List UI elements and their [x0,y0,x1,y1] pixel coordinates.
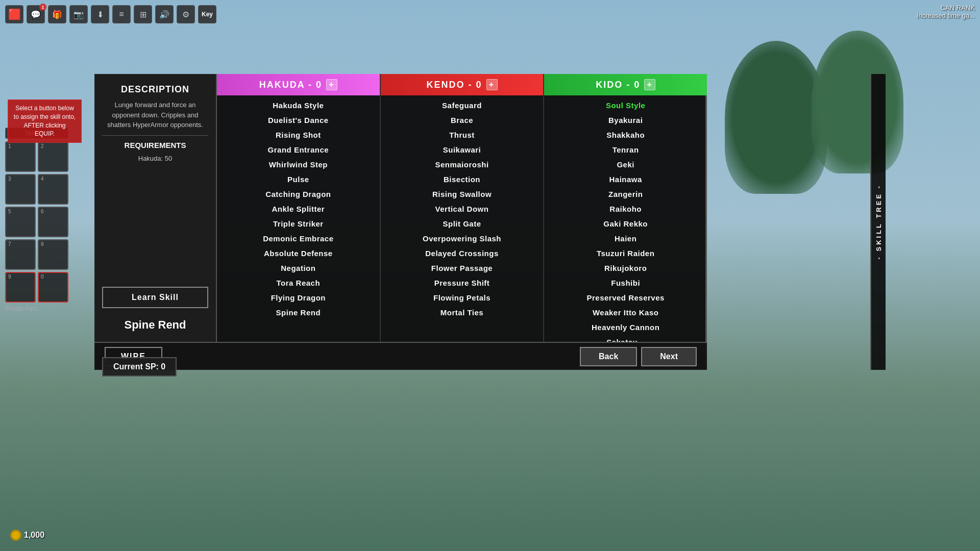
camera-icon[interactable]: 📷 [69,5,88,23]
list-item[interactable]: Byakurai [544,113,707,128]
layout-icon[interactable]: ⊞ [134,5,152,23]
skill-slot-5[interactable]: 5 [5,207,36,237]
kendo-column: KENDO - 0 + Safeguard Brace Thrust Suika… [381,74,545,342]
skill-slot-1[interactable]: 1 [5,141,36,172]
skill-slot-9[interactable]: 9 [5,272,36,303]
kendo-header: KENDO - 0 + [381,74,544,95]
skill-slot-8[interactable]: 8 [38,239,68,270]
list-item[interactable]: Heavenly Cannon [544,320,707,335]
list-item[interactable]: Tora Reach [217,276,380,290]
list-item[interactable]: Duelist's Dance [217,113,380,128]
list-item[interactable]: Rikujokoro [544,261,707,276]
list-item[interactable]: Zangerin [544,187,707,202]
kendo-skill-list: Safeguard Brace Thrust Suikawari Senmaio… [381,95,544,342]
kido-column: KIDO - 0 + Soul Style Byakurai Shakkaho … [544,74,707,342]
download-icon[interactable]: ⬇ [91,5,109,23]
list-item[interactable]: Shakkaho [544,128,707,142]
list-item[interactable]: Absolute Defense [217,246,380,261]
key-icon[interactable]: Key [198,5,216,23]
list-item[interactable]: Tenran [544,142,707,157]
currency-amount: 1,000 [24,531,44,540]
top-right-info: CAN RANK Increased time ga... [917,4,975,19]
gift-icon[interactable]: 🎁 [48,5,66,23]
list-item[interactable]: Delayed Crossings [381,246,544,261]
menu-icon[interactable]: ≡ [112,5,131,23]
list-item[interactable]: Haien [544,231,707,246]
list-item[interactable]: Safeguard [381,98,544,113]
list-item[interactable]: Whirlwind Step [217,157,380,172]
skill-slot-6[interactable]: 6 [38,207,68,237]
list-item[interactable]: Fushibi [544,276,707,290]
list-item[interactable]: Vertical Down [381,202,544,216]
list-item[interactable]: Triple Striker [217,216,380,231]
list-item[interactable]: Sakatsu... [544,335,707,342]
skill-slot-3[interactable]: 3 [5,174,36,205]
rank-label: CAN RANK [917,4,975,12]
list-item[interactable]: Raikoho [544,202,707,216]
background-tree2 [812,31,903,173]
hakuda-plus-button[interactable]: + [326,79,337,90]
list-item[interactable]: Overpowering Slash [381,231,544,246]
nav-buttons: Back Next [580,347,697,366]
list-item[interactable]: Rising Shot [217,128,380,142]
list-item[interactable]: Ankle Splitter [217,202,380,216]
settings-icon[interactable]: ⚙ [177,5,195,23]
list-item[interactable]: Flowing Petals [381,290,544,305]
list-item[interactable]: Catching Dragon [217,187,380,202]
rank-desc: Increased time ga... [917,12,975,19]
list-item[interactable]: Demonic Embrace [217,231,380,246]
kido-title: KIDO - 0 [596,80,640,90]
list-item[interactable]: Suikawari [381,142,544,157]
back-button[interactable]: Back [580,347,637,366]
description-title: DESCRIPTION [102,84,208,95]
skill-slot-0[interactable]: 0 [38,272,68,303]
skill-slot-2[interactable]: 2 [38,141,68,172]
list-item[interactable]: Hakuda Style [217,98,380,113]
bottom-bar: WIPE Back Next [94,342,707,370]
list-item[interactable]: Thrust [381,128,544,142]
list-item[interactable]: Flying Dragon [217,290,380,305]
learn-skill-button[interactable]: Learn Skill [102,287,208,308]
list-item[interactable]: Senmaioroshi [381,157,544,172]
list-item[interactable]: Brace [381,113,544,128]
description-column: DESCRIPTION Lunge forward and force an o… [94,74,217,342]
list-item[interactable]: Negation [217,261,380,276]
roblox-icon[interactable]: 🟥 [5,5,23,23]
list-item[interactable]: Preserved Reserves [544,290,707,305]
kido-plus-button[interactable]: + [644,79,655,90]
list-item[interactable]: Flower Passage [381,261,544,276]
kendo-plus-button[interactable]: + [486,79,498,90]
main-panel: DESCRIPTION Lunge forward and force an o… [94,74,707,370]
list-item[interactable]: Split Gate [381,216,544,231]
list-item[interactable]: Rising Swallow [381,187,544,202]
create-party: Create Part... [5,305,68,312]
coin-icon [10,530,21,541]
sound-icon[interactable]: 🔊 [155,5,174,23]
requirements-title: REQUIREMENTS [102,135,208,149]
list-item[interactable]: Grand Entrance [217,142,380,157]
sp-text: Current SP: 0 [113,362,165,371]
next-button[interactable]: Next [641,347,697,366]
list-item[interactable]: Pressure Shift [381,276,544,290]
instruction-box: Select a button below to assign the skil… [8,99,82,143]
skills-area: HAKUDA - 0 + Hakuda Style Duelist's Danc… [217,74,707,342]
list-item[interactable]: Gaki Rekko [544,216,707,231]
list-item[interactable]: Pulse [217,172,380,187]
list-item[interactable]: Mortal Ties [381,305,544,320]
list-item[interactable]: Geki [544,157,707,172]
skill-slot-4[interactable]: 4 [38,174,68,205]
instruction-text: Select a button below to assign the skil… [14,105,76,137]
hakuda-skill-list: Hakuda Style Duelist's Dance Rising Shot… [217,95,380,342]
requirements-text: Hakuda: 50 [102,155,208,162]
hakuda-column: HAKUDA - 0 + Hakuda Style Duelist's Danc… [217,74,381,342]
chat-icon[interactable]: 💬 1 [27,5,45,23]
list-item[interactable]: Weaker Itto Kaso [544,305,707,320]
list-item[interactable]: Bisection [381,172,544,187]
list-item[interactable]: Soul Style [544,98,707,113]
list-item[interactable]: Tsuzuri Raiden [544,246,707,261]
currency-display: 1,000 [10,530,44,541]
skill-slot-7[interactable]: 7 [5,239,36,270]
skill-tree-label-text: - SKILL TREE - [875,184,883,259]
list-item[interactable]: Spine Rend [217,305,380,320]
list-item[interactable]: Hainawa [544,172,707,187]
